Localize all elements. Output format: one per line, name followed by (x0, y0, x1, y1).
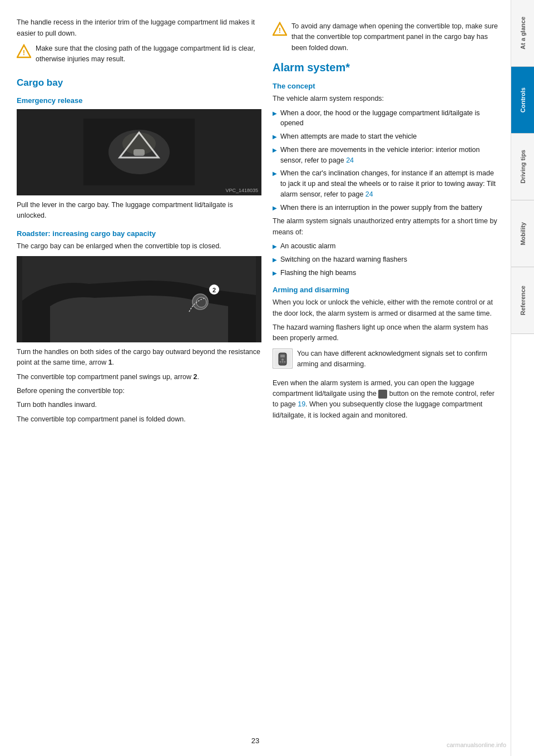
roadster-step-3: Before opening the convertible top: (17, 386, 261, 396)
concept-bullet-1-text: When a door, the hood or the luggage com… (280, 108, 500, 129)
acknowledgment-icon (273, 348, 293, 369)
page-number: 23 (0, 737, 511, 745)
svg-point-17 (281, 359, 284, 361)
emergency-release-caption: Pull the lever in the cargo bay. The lug… (17, 200, 261, 222)
svg-point-18 (280, 361, 281, 362)
concept-subheading: The concept (273, 82, 500, 90)
signal-bullet-2-text: Switching on the hazard warning flashers (280, 254, 407, 265)
cargo-handles-image: 2 (17, 256, 261, 342)
page-ref-19[interactable]: 19 (298, 400, 305, 408)
bullet-arrow-icon: ▶ (273, 169, 277, 178)
signal-bullet-3: ▶ Flashing the high beams (273, 268, 500, 278)
arrow-1-label: 1 (108, 359, 112, 366)
sidebar-tab-driving-tips[interactable]: Driving tips (511, 134, 534, 200)
svg-text:!: ! (279, 26, 281, 35)
image-label-1: VPC_1418035 (225, 188, 258, 193)
concept-bullet-4-text: When the car's inclination changes, for … (280, 168, 500, 199)
alarm-system-heading: Alarm system* (273, 61, 500, 74)
roadster-step-4: Turn both handles inward. (17, 400, 261, 410)
signal-bullet-1-text: An acoustic alarm (280, 241, 335, 252)
roadster-step-2: The convertible top compartment panel sw… (17, 372, 261, 382)
concept-bullet-1: ▶ When a door, the hood or the luggage c… (273, 108, 500, 129)
arming-text-2: The hazard warning flashers light up onc… (273, 322, 500, 344)
arming-subheading: Arming and disarming (273, 286, 500, 294)
sidebar-tab-reference[interactable]: Reference (511, 267, 534, 334)
roadster-text: The cargo bay can be enlarged when the c… (17, 241, 261, 252)
intro-paragraph: The handle recess in the interior trim o… (17, 17, 261, 39)
page-ref-24b[interactable]: 24 (365, 190, 373, 198)
sidebar-tab-label-controls: Controls (520, 87, 526, 112)
signal-bullet-3-text: Flashing the high beams (280, 268, 356, 278)
sidebar-tab-label-reference: Reference (520, 286, 526, 315)
info-icon-box: You can have different acknowledgment si… (273, 348, 500, 374)
svg-point-6 (122, 132, 156, 155)
concept-intro: The vehicle alarm system responds: (273, 94, 500, 104)
svg-rect-16 (280, 355, 285, 357)
remote-button-icon (378, 390, 387, 399)
page-number-text: 23 (251, 737, 259, 745)
emergency-release-image: VPC_1418035 (17, 109, 261, 195)
signal-bullet-2: ▶ Switching on the hazard warning flashe… (273, 254, 500, 265)
warning-lid-text: Make sure that the closing path of the l… (36, 43, 261, 65)
warning-triangle-icon-2: ! (273, 22, 287, 36)
arrow-2-label: 2 (194, 373, 197, 381)
bullet-arrow-icon: ▶ (273, 132, 277, 141)
sidebar-tab-label-driving-tips: Driving tips (520, 150, 526, 184)
bullet-arrow-icon: ▶ (273, 204, 277, 212)
concept-bullet-4: ▶ When the car's inclination changes, fo… (273, 168, 500, 199)
warning-top-text: To avoid any damage when opening the con… (291, 21, 500, 53)
svg-text:2: 2 (212, 287, 216, 293)
sidebar-tab-controls[interactable]: Controls (511, 67, 534, 134)
roadster-step-1: Turn the handles on both sides of the ca… (17, 347, 261, 369)
signals-intro: The alarm system signals unauthorized en… (273, 216, 500, 238)
svg-point-20 (284, 361, 286, 362)
sidebar: At a glance Controls Driving tips Mobili… (511, 0, 534, 756)
sidebar-tab-label-mobility: Mobility (520, 222, 526, 246)
sidebar-tab-mobility[interactable]: Mobility (511, 200, 534, 267)
signal-bullet-1: ▶ An acoustic alarm (273, 241, 500, 252)
concept-bullet-2-text: When attempts are made to start the vehi… (280, 131, 417, 142)
svg-point-19 (282, 361, 284, 362)
concept-bullets-list: ▶ When a door, the hood or the luggage c… (273, 108, 500, 213)
concept-bullet-3: ▶ When there are movements in the vehicl… (273, 145, 500, 166)
warning-box-lid: ! Make sure that the closing path of the… (17, 43, 261, 68)
info-text: You can have different acknowledgment si… (297, 348, 500, 370)
bullet-arrow-icon: ▶ (273, 269, 277, 277)
warning-triangle-icon: ! (17, 44, 31, 58)
bullet-arrow-icon: ▶ (273, 109, 277, 117)
page-ref-24a[interactable]: 24 (346, 156, 354, 164)
watermark: carmanualsonline.info (447, 742, 506, 748)
emergency-release-heading: Emergency release (17, 96, 261, 105)
concept-bullet-5-text: When there is an interruption in the pow… (280, 203, 482, 213)
warning-box-top: ! To avoid any damage when opening the c… (273, 21, 500, 57)
concept-bullet-3-text: When there are movements in the vehicle … (280, 145, 500, 166)
arming-text-3: Even when the alarm system is armed, you… (273, 378, 500, 421)
bullet-arrow-icon: ▶ (273, 242, 277, 251)
arming-text-1: When you lock or unlock the vehicle, eit… (273, 297, 500, 319)
cargo-bay-heading: Cargo bay (17, 77, 261, 89)
sidebar-tab-at-a-glance[interactable]: At a glance (511, 0, 534, 67)
signals-bullets-list: ▶ An acoustic alarm ▶ Switching on the h… (273, 241, 500, 278)
concept-bullet-2: ▶ When attempts are made to start the ve… (273, 131, 500, 142)
roadster-step-5: The convertible top compartment panel is… (17, 414, 261, 425)
bullet-arrow-icon: ▶ (273, 256, 277, 264)
left-column: The handle recess in the interior trim o… (17, 17, 261, 734)
concept-bullet-5: ▶ When there is an interruption in the p… (273, 203, 500, 213)
right-column: ! To avoid any damage when opening the c… (273, 17, 500, 734)
svg-text:!: ! (23, 48, 25, 57)
bullet-arrow-icon: ▶ (273, 146, 277, 154)
svg-point-9 (196, 297, 206, 307)
roadster-heading: Roadster: increasing cargo bay capacity (17, 229, 261, 238)
sidebar-tab-label-at-a-glance: At a glance (520, 17, 526, 50)
